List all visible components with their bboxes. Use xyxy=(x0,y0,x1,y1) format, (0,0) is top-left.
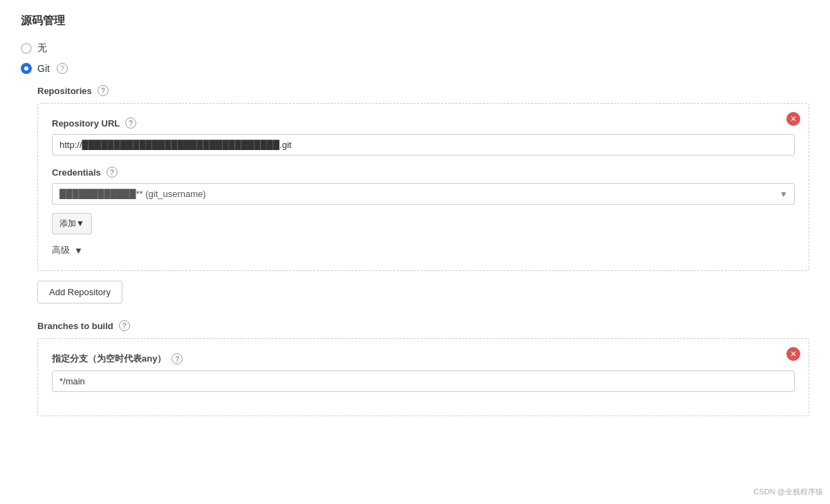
scm-git-option[interactable]: Git ? xyxy=(21,63,809,74)
repositories-section-label: Repositories ? xyxy=(37,85,809,96)
credentials-select-wrapper: ████████████** (git_username) ▼ xyxy=(52,183,795,205)
add-credentials-button[interactable]: 添加▼ xyxy=(52,213,92,234)
credentials-label: Credentials ? xyxy=(52,167,795,178)
scm-none-radio[interactable] xyxy=(21,43,32,54)
page-title: 源码管理 xyxy=(21,14,809,28)
advanced-toggle-button[interactable]: 高级 ▼ xyxy=(52,244,83,256)
repo-url-input[interactable] xyxy=(52,134,795,156)
branches-section: Branches to build ? ✕ 指定分支（为空时代表any） ? xyxy=(21,320,809,416)
credentials-select[interactable]: ████████████** (git_username) xyxy=(52,183,795,205)
repositories-help-icon[interactable]: ? xyxy=(98,85,109,96)
repo-url-help-icon[interactable]: ? xyxy=(125,118,136,129)
scm-none-label: 无 xyxy=(37,42,47,55)
git-help-icon[interactable]: ? xyxy=(57,63,68,74)
credentials-section: Credentials ? ████████████** (git_userna… xyxy=(52,167,795,244)
remove-repo-button[interactable]: ✕ xyxy=(786,112,800,126)
remove-branch-button[interactable]: ✕ xyxy=(786,347,800,361)
branch-specifier-field-group: 指定分支（为空时代表any） ? xyxy=(52,353,795,392)
advanced-chevron-icon: ▼ xyxy=(74,245,83,256)
branch-specifier-input[interactable] xyxy=(52,371,795,392)
advanced-label: 高级 xyxy=(52,244,70,256)
branch-specifier-label: 指定分支（为空时代表any） ? xyxy=(52,353,795,365)
repository-card: ✕ Repository URL ? Credentials ? ███████… xyxy=(37,103,809,271)
scm-git-radio[interactable] xyxy=(21,63,32,74)
add-repository-button[interactable]: Add Repository xyxy=(37,281,122,304)
scm-git-label: Git xyxy=(37,63,50,74)
branch-card: ✕ 指定分支（为空时代表any） ? xyxy=(37,338,809,416)
repo-url-field-group: Repository URL ? xyxy=(52,118,795,156)
repo-url-label: Repository URL ? xyxy=(52,118,795,129)
credentials-help-icon[interactable]: ? xyxy=(107,167,118,178)
branch-specifier-help-icon[interactable]: ? xyxy=(172,353,183,364)
branches-help-icon[interactable]: ? xyxy=(119,320,130,331)
branches-section-label: Branches to build ? xyxy=(37,320,809,331)
scm-options: 无 Git ? xyxy=(21,42,809,74)
scm-none-option[interactable]: 无 xyxy=(21,42,809,55)
